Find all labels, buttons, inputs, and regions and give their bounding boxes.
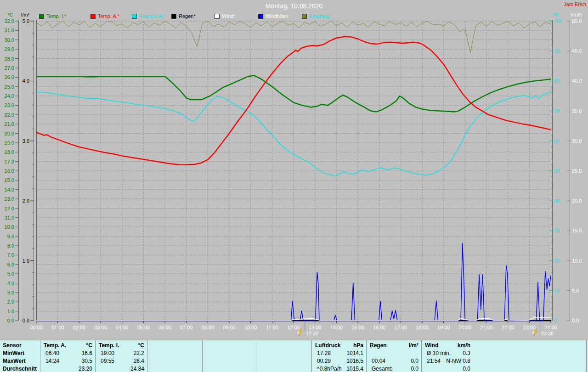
table-row-header: Sensor [0, 341, 40, 349]
x-axis-label: 00:00 [30, 325, 43, 330]
table-cell-value: 16.6 [82, 350, 95, 356]
table-column-header-row: LuftdruckhPa [312, 341, 366, 349]
table-column-header-row: Regenl/m² [367, 341, 421, 349]
table-row: 09:5526.4 [96, 357, 147, 365]
pct-axis-tick-label: 50 [554, 168, 560, 174]
x-axis-label: 22:00 [502, 325, 514, 330]
lm2-axis-tick-label: 4.0 [23, 78, 29, 84]
lm2-axis-tick-label: 0.0 [23, 318, 29, 323]
c-axis-tick-label: 20.0 [5, 131, 14, 136]
c-axis-tick-label: 29.0 [5, 46, 14, 52]
table-row-header: Durchschnitt [0, 365, 40, 372]
table-cell-value: 26.4 [134, 358, 147, 364]
table-column-header-row: Windkm/h [422, 341, 473, 349]
c-axis-tick-label: 2.0 [7, 299, 14, 304]
pct-axis-tick-label: 90 [554, 48, 560, 54]
table-cell-value: 1016.5 [346, 358, 366, 364]
table-column-tempa: Temp. A.°C06:4016.614:2430.523.20 [40, 340, 95, 372]
c-axis-tick-label: 27.0 [5, 65, 14, 71]
c-axis-tick-label: 5.0 [7, 271, 14, 276]
table-column-unit: hPa [353, 342, 366, 349]
x-axis-label: 07:00 [180, 325, 193, 330]
weather-chart: 32.031.030.029.028.027.026.025.024.023.0… [0, 0, 588, 340]
table-column-title: Wind [422, 342, 458, 349]
table-row-headers-column: SensorMinWertMaxWertDurchschnitt [0, 340, 40, 372]
c-axis-tick-label: 11.0 [5, 215, 14, 220]
x-axis-label: 20:00 [459, 325, 472, 330]
table-cell-time: 00:04 [367, 358, 411, 364]
c-axis-tick-label: 14.0 [5, 187, 14, 192]
table-cell-value: 23.20 [79, 366, 95, 372]
x-axis-label: 21:00 [480, 325, 493, 330]
c-axis-tick-label: 17.0 [5, 159, 14, 164]
table-cell-value: 0.3 [463, 350, 473, 356]
c-axis-tick-label: 32.0 [5, 18, 14, 24]
table-column-header-row [203, 341, 256, 349]
table-row [147, 349, 202, 357]
pct-axis-tick-label: 100 [554, 18, 562, 24]
table-cell-value: N-NW 0.8 [446, 358, 473, 364]
table-column-title: Temp. I. [96, 342, 138, 349]
x-axis-label: 02:00 [73, 325, 86, 330]
pct-axis-tick-label: 80 [554, 78, 560, 84]
table-column-header-row [256, 341, 311, 349]
table-row: Gesamt:0.0 [367, 365, 421, 372]
c-axis-tick-label: 8.0 [7, 243, 14, 248]
x-axis-label: 23:00 [523, 325, 536, 330]
x-axis-label: 12:00 [287, 325, 300, 330]
lm2-axis-tick-label: 3.0 [23, 138, 29, 144]
table-cell-time: 06:40 [40, 350, 82, 356]
x-axis-label: 18:00 [416, 325, 429, 330]
table-row: ^0.8hPa/h1015.4 [312, 365, 366, 372]
x-axis-label: 11:00 [266, 325, 278, 330]
kmh-axis-tick-label: 50.0 [572, 18, 582, 24]
annotation-time-label: 12:32 [306, 331, 319, 336]
table-cell-value: 30.5 [82, 358, 95, 364]
x-axis-label: 17:00 [395, 325, 407, 330]
c-axis-tick-label: 23.0 [5, 102, 14, 108]
x-axis-label: 14:00 [330, 325, 343, 330]
c-axis-tick-label: 7.0 [7, 252, 14, 258]
c-axis-tick-label: 22.0 [5, 112, 14, 118]
table-column-header-row: Temp. I.°C [96, 341, 147, 349]
x-axis-label: 04:00 [116, 325, 129, 330]
x-axis-label: 06:00 [158, 325, 171, 330]
series-empfang-line [36, 21, 551, 53]
table-row: 06:4016.6 [40, 349, 95, 357]
table-cell-value: 22.2 [134, 350, 147, 356]
table-cell-time: 00:29 [312, 358, 346, 364]
table-column-unit: °C [138, 342, 147, 349]
c-axis-tick-label: 9.0 [7, 234, 14, 239]
table-row-header: MaxWert [0, 357, 40, 365]
table-column-regen: Regenl/m²00:040.0Gesamt:0.0 [366, 340, 421, 372]
table-column-title: Luftdruck [312, 342, 353, 349]
table-column-title: Temp. A. [40, 342, 86, 349]
c-axis-tick-label: 6.0 [7, 262, 14, 267]
table-row [367, 349, 421, 357]
table-column-empty [202, 340, 256, 372]
table-cell-time: Ø 10 min. [422, 350, 463, 356]
c-axis-tick-label: 28.0 [5, 56, 14, 62]
kmh-axis-tick-label: 40.0 [572, 78, 582, 84]
x-axis-label: 09:00 [223, 325, 236, 330]
pct-axis-tick-label: 60 [554, 138, 560, 144]
kmh-axis-tick-label: 30.0 [572, 138, 582, 144]
table-column-empty [256, 340, 311, 372]
table-cell-value: 0.0 [463, 366, 473, 372]
lm2-axis-tick-label: 1.0 [23, 258, 29, 264]
table-column-header-row: Temp. A.°C [40, 341, 95, 349]
pct-axis-tick-label: 10 [554, 288, 560, 293]
table-cell-value: 0.0 [411, 358, 421, 364]
x-axis-label: 24:00 [544, 325, 557, 330]
table-cell-time: 14:24 [40, 358, 82, 364]
table-cell-time: 19:00 [96, 350, 134, 356]
weather-app-window: Montag, 10.08.2020 Jarz Erich °C l/m² % … [0, 0, 588, 372]
lm2-axis-tick-label: 5.0 [23, 18, 29, 24]
c-axis-tick-label: 21.0 [5, 121, 14, 127]
table-column-empty [147, 340, 202, 372]
kmh-axis-tick-label: 5.0 [572, 288, 579, 293]
table-row: Ø 10 min.0.3 [422, 349, 473, 357]
pct-axis-tick-label: 30 [554, 228, 560, 233]
pct-axis-tick-label: 70 [554, 108, 560, 114]
table-row: 00:291016.5 [312, 357, 366, 365]
